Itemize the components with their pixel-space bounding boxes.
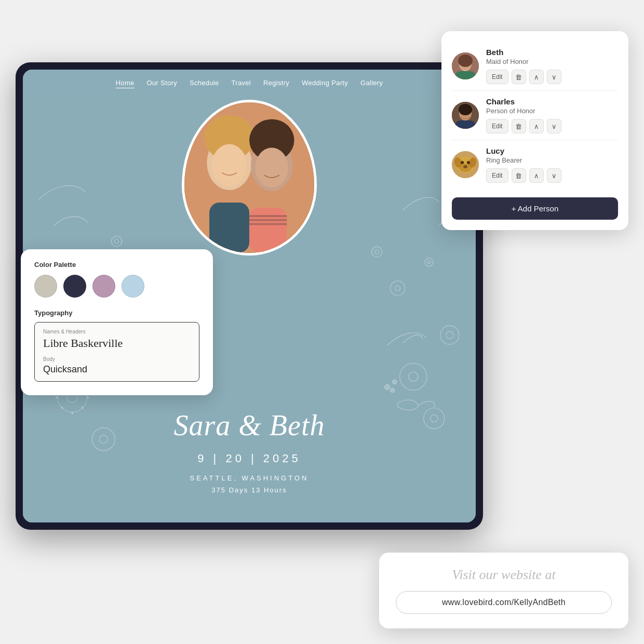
svg-point-24 [409,372,418,381]
svg-point-37 [391,388,395,392]
body-font-name: Quicksand [43,364,191,375]
move-up-lucy-button[interactable]: ∧ [529,168,544,183]
member-actions-charles: Edit 🗑 ∧ ∨ [486,119,618,133]
svg-rect-53 [455,71,476,79]
swatch-warm-gray[interactable] [34,275,57,298]
svg-point-65 [463,165,467,168]
website-url[interactable]: www.lovebird.com/KellyAndBeth [396,591,612,614]
member-role-beth: Maid of Honor [486,58,618,65]
avatar-lucy [452,151,479,178]
svg-rect-57 [455,120,476,129]
svg-point-34 [427,261,431,264]
wedding-countdown: 375 Days 13 Hours [23,486,476,494]
svg-point-17 [114,239,118,244]
svg-rect-47 [249,215,287,217]
svg-point-29 [372,247,382,257]
party-member-charles: Charles Person of Honor Edit 🗑 ∧ ∨ [452,91,618,140]
color-swatches [34,275,199,298]
move-down-charles-button[interactable]: ∨ [547,119,561,133]
edit-lucy-button[interactable]: Edit [486,168,508,183]
add-person-button[interactable]: + Add Person [452,197,618,220]
svg-rect-49 [249,223,287,225]
svg-rect-45 [209,203,249,252]
nav-wedding-party[interactable]: Wedding Party [302,79,348,88]
swatch-mauve[interactable] [92,275,115,298]
nav-travel[interactable]: Travel [232,79,251,88]
move-up-charles-button[interactable]: ∧ [529,119,544,133]
header-font-name: Libre Baskerville [43,337,191,350]
wedding-party-card: Beth Maid of Honor Edit 🗑 ∧ ∨ Charles Pe… [441,31,628,230]
party-member-beth: Beth Maid of Honor Edit 🗑 ∧ ∨ [452,42,618,91]
color-palette-card: Color Palette Typography Names & Headers… [21,249,213,395]
svg-rect-46 [249,208,287,253]
delete-beth-button[interactable]: 🗑 [512,70,526,84]
typography-box: Names & Headers Libre Baskerville Body Q… [34,322,199,382]
delete-charles-button[interactable]: 🗑 [512,119,526,133]
swatch-light-blue[interactable] [122,275,144,298]
member-info-lucy: Lucy Ring Bearer Edit 🗑 ∧ ∨ [486,146,618,183]
svg-point-16 [111,236,122,247]
edit-beth-button[interactable]: Edit [486,70,508,84]
svg-point-32 [395,286,400,291]
svg-point-64 [467,161,470,164]
svg-point-35 [385,384,390,390]
nav-home[interactable]: Home [116,79,135,88]
couple-photo [182,100,317,256]
svg-point-33 [425,258,433,266]
svg-point-30 [375,250,379,254]
move-up-beth-button[interactable]: ∧ [529,70,544,84]
nav-our-story[interactable]: Our Story [147,79,177,88]
member-info-beth: Beth Maid of Honor Edit 🗑 ∧ ∨ [486,48,618,84]
wedding-location: SEATTLE, WASHINGTON [23,474,476,482]
swatch-navy[interactable] [63,275,86,298]
svg-rect-48 [249,219,287,221]
member-actions-beth: Edit 🗑 ∧ ∨ [486,70,618,84]
move-down-beth-button[interactable]: ∨ [547,70,561,84]
member-role-charles: Person of Honor [486,107,618,115]
nav-registry[interactable]: Registry [263,79,289,88]
body-font-label: Body [43,356,191,362]
member-actions-lucy: Edit 🗑 ∧ ∨ [486,168,618,183]
avatar-beth [452,52,479,79]
svg-point-63 [461,161,464,164]
member-role-lucy: Ring Bearer [486,156,618,164]
wedding-date: 9 | 20 | 2025 [23,452,476,465]
svg-point-52 [458,55,473,67]
typography-section: Typography Names & Headers Libre Baskerv… [34,309,199,382]
nav-schedule[interactable]: Schedule [190,79,219,88]
color-palette-title: Color Palette [34,261,199,269]
visit-website-text: Visit our website at [396,567,612,583]
typography-title: Typography [34,309,199,317]
website-card: Visit our website at www.lovebird.com/Ke… [379,553,628,628]
svg-point-31 [391,281,405,296]
svg-point-56 [459,104,472,115]
member-name-beth: Beth [486,48,618,57]
header-font-label: Names & Headers [43,329,191,334]
delete-lucy-button[interactable]: 🗑 [512,168,526,183]
wedding-names: Sara & Beth [23,409,476,442]
svg-point-41 [212,144,247,186]
svg-point-26 [446,331,453,339]
edit-charles-button[interactable]: Edit [486,119,508,133]
svg-point-36 [393,380,397,384]
nav-gallery[interactable]: Gallery [360,79,383,88]
svg-point-25 [440,326,459,344]
svg-point-23 [400,363,427,390]
member-name-charles: Charles [486,97,618,106]
member-name-lucy: Lucy [486,146,618,155]
move-down-lucy-button[interactable]: ∨ [547,168,561,183]
svg-point-44 [256,147,288,187]
avatar-charles [452,102,479,129]
member-info-charles: Charles Person of Honor Edit 🗑 ∧ ∨ [486,97,618,133]
party-member-lucy: Lucy Ring Bearer Edit 🗑 ∧ ∨ [452,140,618,189]
wedding-nav: Home Our Story Schedule Travel Registry … [23,70,476,93]
